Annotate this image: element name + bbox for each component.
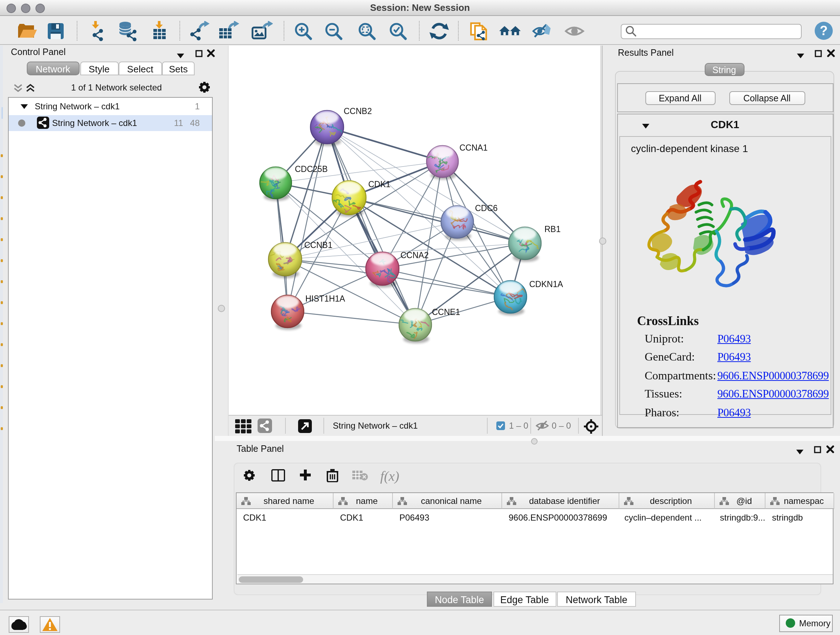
svg-text:CCNA1: CCNA1 [459,143,488,152]
svg-text:HIST1H1A: HIST1H1A [305,294,346,303]
svg-text:CCNE1: CCNE1 [432,307,460,317]
svg-text:CDC6: CDC6 [475,203,498,212]
svg-text:RB1: RB1 [545,224,561,233]
svg-text:CDKN1A: CDKN1A [529,279,563,288]
svg-text:CDC25B: CDC25B [295,164,328,173]
svg-text:CCNA2: CCNA2 [401,250,429,260]
svg-text:?: ? [819,23,827,38]
svg-text:CCNB1: CCNB1 [304,240,332,249]
svg-text:CDK1: CDK1 [368,179,390,188]
svg-text:CCNB2: CCNB2 [344,106,372,116]
